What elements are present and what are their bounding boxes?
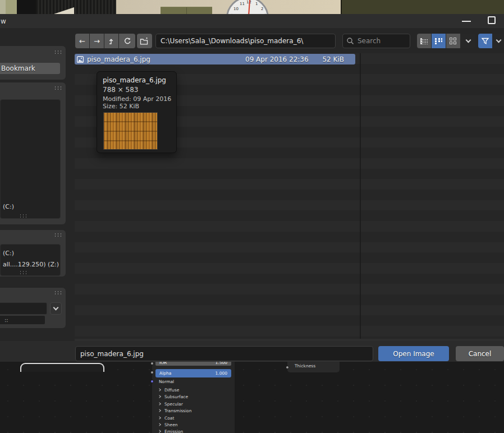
dialog-titlebar[interactable]: w bbox=[0, 14, 504, 28]
detailed-list-view-button[interactable] bbox=[432, 34, 446, 48]
file-name: piso_madera_6.jpg bbox=[87, 56, 150, 63]
alpha-socket[interactable] bbox=[150, 371, 154, 374]
section-specular[interactable]: Specular bbox=[158, 400, 183, 407]
refresh-icon bbox=[123, 37, 131, 45]
wood-texture-thumbnail bbox=[103, 112, 158, 150]
chevron-right-icon bbox=[158, 416, 161, 420]
cancel-label: Cancel bbox=[469, 350, 492, 358]
thickness-node[interactable]: Thickness bbox=[287, 362, 340, 372]
minimize-icon[interactable] bbox=[462, 21, 471, 22]
clock-number: 10 bbox=[233, 7, 239, 11]
options-dropdown-button[interactable] bbox=[50, 302, 62, 315]
chevron-down-icon bbox=[53, 305, 59, 310]
section-emission[interactable]: Emission bbox=[158, 428, 183, 433]
chevron-right-icon bbox=[158, 423, 161, 426]
blender-screen: 10 11 12 1 2 9 3 IOR 1.500 Alpha 1.000 N… bbox=[0, 0, 504, 433]
parent-directory-button[interactable] bbox=[104, 34, 118, 48]
panel-grip-handle[interactable] bbox=[54, 50, 62, 54]
section-label: Specular bbox=[164, 402, 183, 407]
panel-grip-handle[interactable] bbox=[54, 86, 62, 90]
open-image-button[interactable]: Open Image bbox=[378, 346, 449, 361]
volumes-panel: (C:) bbox=[0, 82, 66, 224]
system-item[interactable]: all....129.250) (Z:) bbox=[3, 261, 59, 268]
options-select-field[interactable] bbox=[0, 302, 47, 315]
vertical-list-view-button[interactable] bbox=[417, 34, 431, 48]
alpha-label: Alpha bbox=[159, 371, 171, 376]
tooltip-dimensions: 788 × 583 bbox=[103, 86, 139, 94]
dark-doorway bbox=[17, 0, 36, 14]
filename-input[interactable] bbox=[75, 346, 373, 361]
alpha-value: 1.000 bbox=[216, 371, 227, 376]
ior-socket[interactable] bbox=[150, 362, 154, 365]
section-label: Transmission bbox=[164, 408, 191, 413]
display-settings-dropdown[interactable] bbox=[461, 34, 475, 48]
panel-grip-handle[interactable] bbox=[54, 233, 62, 237]
back-button[interactable]: ← bbox=[75, 34, 89, 48]
file-size: 52 KiB bbox=[322, 56, 344, 63]
options-panel: :: bbox=[0, 288, 66, 328]
thumbnail-grid-icon bbox=[450, 38, 457, 44]
section-diffuse[interactable]: Diffuse bbox=[158, 386, 179, 393]
chevron-right-icon bbox=[158, 388, 161, 391]
display-mode-group bbox=[417, 34, 475, 48]
shader-node-editor: IOR 1.500 Alpha 1.000 Normal Diffuse Sub… bbox=[0, 362, 504, 433]
principled-bsdf-node[interactable]: IOR 1.500 Alpha 1.000 Normal Diffuse Sub… bbox=[152, 362, 235, 433]
thumbnail-view-button[interactable] bbox=[446, 34, 460, 48]
section-transmission[interactable]: Transmission bbox=[158, 407, 191, 414]
chevron-right-icon bbox=[158, 409, 161, 412]
clock-number: 1 bbox=[255, 2, 258, 6]
thickness-socket[interactable] bbox=[286, 366, 289, 369]
system-list[interactable]: (C:) all....129.250) (Z:) bbox=[0, 244, 61, 276]
volume-item[interactable]: (C:) bbox=[3, 203, 14, 210]
section-label: Coat bbox=[164, 416, 174, 421]
refresh-button[interactable] bbox=[119, 34, 135, 48]
clock-number: 2 bbox=[261, 7, 263, 11]
normal-input-label[interactable]: Normal bbox=[159, 379, 174, 384]
file-row-selected[interactable]: piso_madera_6.jpg 09 Apr 2016 22:36 52 K… bbox=[75, 54, 355, 65]
section-subsurface[interactable]: Subsurface bbox=[158, 393, 188, 400]
options-lower-field[interactable]: :: bbox=[0, 316, 45, 324]
column-divider[interactable] bbox=[360, 53, 361, 339]
volumes-list[interactable]: (C:) bbox=[0, 99, 61, 219]
filter-settings-dropdown[interactable] bbox=[493, 34, 504, 48]
tooltip-filename: piso_madera_6.jpg bbox=[103, 76, 166, 84]
add-bookmark-button[interactable]: Bookmark bbox=[0, 63, 60, 74]
file-date: 09 Apr 2016 22:36 bbox=[245, 56, 309, 63]
back-arrow-icon: ← bbox=[79, 37, 85, 45]
forward-button[interactable]: → bbox=[90, 34, 104, 48]
clock-number: 11 bbox=[240, 2, 245, 6]
detailed-list-icon bbox=[435, 38, 442, 44]
path-input[interactable] bbox=[155, 34, 336, 48]
wall-sage-left-2 bbox=[6, 0, 17, 14]
olive-panels bbox=[161, 7, 212, 14]
panel-grip-handle[interactable] bbox=[54, 291, 62, 295]
curtain bbox=[36, 0, 116, 14]
open-image-label: Open Image bbox=[393, 350, 434, 358]
bookmark-button-label: Bookmark bbox=[1, 65, 35, 72]
sidebar: Bookmark (C:) (C:) all....129.250) (Z:) bbox=[0, 28, 71, 362]
cancel-button[interactable]: Cancel bbox=[456, 346, 504, 361]
chevron-right-icon bbox=[158, 430, 161, 433]
create-directory-button[interactable] bbox=[137, 34, 152, 48]
chevron-down-icon bbox=[496, 37, 501, 43]
list-resize-handle[interactable] bbox=[19, 270, 28, 274]
section-sheen[interactable]: Sheen bbox=[158, 421, 178, 428]
system-item[interactable]: (C:) bbox=[3, 250, 14, 257]
filter-toggle-button[interactable] bbox=[478, 34, 492, 48]
list-resize-handle[interactable] bbox=[19, 214, 28, 218]
alpha-slider[interactable]: Alpha 1.000 bbox=[155, 369, 231, 377]
normal-socket[interactable] bbox=[150, 380, 154, 383]
vertical-list-icon bbox=[420, 38, 428, 44]
olive-wall-right bbox=[341, 0, 504, 14]
system-panel: (C:) all....129.250) (Z:) bbox=[0, 230, 66, 277]
bookmarks-panel: Bookmark bbox=[0, 46, 66, 80]
chevron-right-icon bbox=[158, 402, 161, 406]
chevron-down-icon bbox=[465, 37, 471, 43]
maximize-icon[interactable] bbox=[488, 16, 496, 24]
tooltip-modified: Modified: 09 Apr 2016 bbox=[103, 95, 171, 103]
section-coat[interactable]: Coat bbox=[158, 414, 174, 421]
forward-arrow-icon: → bbox=[94, 37, 100, 45]
new-folder-icon bbox=[140, 37, 149, 45]
file-browser-dialog: w ← → bbox=[0, 14, 504, 362]
selected-node-outline[interactable] bbox=[20, 363, 104, 372]
